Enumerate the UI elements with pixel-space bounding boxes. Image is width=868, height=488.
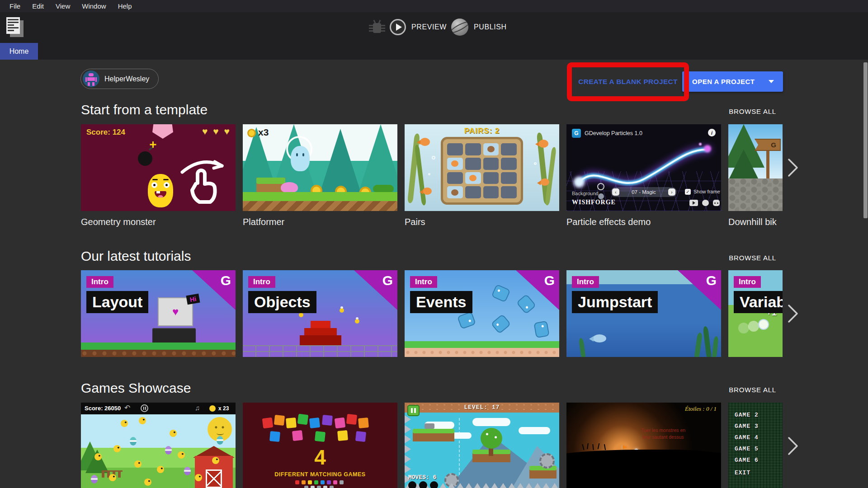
character bbox=[758, 319, 769, 330]
tab-home[interactable]: Home bbox=[0, 43, 38, 60]
templates-carousel: Score: 124 ♥ ♥ ♥ Geometry monster bbox=[81, 124, 783, 228]
spark-icon bbox=[150, 141, 156, 148]
particle-trail bbox=[566, 124, 721, 211]
easter-egg bbox=[130, 437, 137, 446]
open-project-label: OPEN A PROJECT bbox=[682, 78, 755, 85]
template-card-pairs[interactable]: PAIRS: 2 Pairs bbox=[405, 124, 559, 228]
cannon bbox=[425, 423, 434, 429]
tutorial-name: Layout bbox=[86, 291, 148, 313]
tutorial-name: Jumpstart bbox=[572, 291, 658, 313]
card-thumbnail: G Intro Events bbox=[405, 270, 559, 357]
menu-window[interactable]: Window bbox=[76, 2, 112, 10]
coin-counter-icon bbox=[247, 129, 256, 137]
tutorial-card-variables[interactable]: G Intro Variab +1 bbox=[728, 270, 783, 357]
username-label: HelperWesley bbox=[104, 75, 149, 83]
card-thumbnail: G Intro Layout Hi ♥ bbox=[81, 270, 236, 357]
showcase-card-platformer[interactable]: LEVEL: 17 MOVES: 6 bbox=[405, 403, 559, 488]
showcase-carousel: Score: 26050 ↶ ♫ x 23 bbox=[81, 403, 783, 488]
tutorial-name: Events bbox=[410, 291, 472, 313]
info-icon: i bbox=[708, 129, 716, 136]
pink-slime bbox=[281, 182, 298, 193]
pentagon-shape bbox=[152, 124, 173, 139]
avatar bbox=[83, 70, 99, 87]
card-thumbnail: G GDevelop Particles 1.0 i Background ‹ … bbox=[566, 124, 721, 211]
bee bbox=[340, 308, 344, 313]
showcase-card-chicks[interactable]: Score: 26050 ↶ ♫ x 23 bbox=[81, 403, 236, 488]
discord-icon bbox=[713, 200, 720, 206]
tutorials-carousel: G Intro Layout Hi ♥ G Intro Objects G In… bbox=[81, 270, 783, 357]
browse-all-tutorials[interactable]: BROWSE ALL bbox=[729, 254, 776, 262]
tutorial-card-objects[interactable]: G Intro Objects bbox=[243, 270, 397, 357]
tutorial-card-jumpstart[interactable]: G Intro Jumpstart bbox=[566, 270, 721, 357]
card-thumbnail: GAME 2 GAME 3 GAME 4 GAME 5 GAME 6 EXIT bbox=[728, 403, 783, 488]
character-echo bbox=[738, 323, 749, 333]
menu-item: GAME 2 bbox=[735, 412, 759, 418]
gdevelop-logo: G bbox=[572, 129, 581, 138]
wooden-sign: G bbox=[755, 139, 781, 151]
section-title-showcase: Games Showcase bbox=[81, 380, 191, 396]
seaweed bbox=[694, 333, 703, 357]
template-card-particle-effects[interactable]: G GDevelop Particles 1.0 i Background ‹ … bbox=[566, 124, 721, 228]
checkbox-icon: ✓ bbox=[685, 189, 691, 195]
tutorial-name: Objects bbox=[248, 291, 316, 313]
card-thumbnail: G Intro Jumpstart bbox=[566, 270, 721, 357]
card-thumbnail: Score: 124 ♥ ♥ ♥ bbox=[81, 124, 236, 211]
tagline: DIFFERENT MATCHING GAMES bbox=[243, 471, 397, 478]
prev-arrow-icon: ‹ bbox=[612, 188, 619, 196]
tree-top bbox=[481, 428, 502, 449]
browse-all-showcase[interactable]: BROWSE ALL bbox=[729, 386, 776, 394]
tutorial-card-layout[interactable]: G Intro Layout Hi ♥ bbox=[81, 270, 236, 357]
project-manager-icon[interactable] bbox=[6, 17, 24, 38]
debug-bug-icon[interactable] bbox=[369, 20, 385, 36]
menu-view[interactable]: View bbox=[50, 2, 76, 10]
publish-globe-icon bbox=[451, 19, 468, 36]
level-label: LEVEL: 17 bbox=[405, 404, 559, 411]
window-chrome: File Edit View Window Help PREVIEW PUBLI… bbox=[0, 0, 868, 60]
card-title: Particle effects demo bbox=[566, 217, 721, 227]
ground-silhouette bbox=[566, 450, 721, 488]
preview-label: PREVIEW bbox=[411, 23, 447, 31]
user-profile-chip[interactable]: HelperWesley bbox=[80, 69, 159, 89]
stone-bricks bbox=[243, 345, 397, 357]
browse-all-templates[interactable]: BROWSE ALL bbox=[729, 108, 776, 115]
chick-counter-icon bbox=[209, 405, 216, 412]
create-blank-project-button[interactable]: CREATE A BLANK PROJECT bbox=[578, 78, 678, 86]
chevron-down-icon bbox=[769, 80, 774, 83]
carousel-next-templates[interactable] bbox=[787, 157, 799, 178]
score-label: Score: 124 bbox=[86, 128, 125, 137]
tutorial-card-events[interactable]: G Intro Events bbox=[405, 270, 559, 357]
open-a-project-button[interactable]: OPEN A PROJECT bbox=[682, 71, 783, 92]
card-title: Geometry monster bbox=[81, 217, 236, 227]
section-title-tutorials: Our latest tutorials bbox=[81, 249, 191, 264]
showcase-card-tiles[interactable]: 4 DIFFERENT MATCHING GAMES bbox=[243, 403, 397, 488]
preview-button[interactable]: PREVIEW bbox=[390, 18, 447, 36]
hint-text: Tuer les monstres en leur sautant dessus bbox=[632, 427, 694, 440]
publish-button[interactable]: PUBLISH bbox=[451, 18, 507, 36]
showcase-card-night[interactable]: Étoiles : 0 / 1 Tuer les monstres en leu… bbox=[566, 403, 721, 488]
play-icon bbox=[390, 19, 406, 35]
next-arrow-icon: › bbox=[668, 188, 675, 196]
card-thumbnail: x3 bbox=[243, 124, 397, 211]
template-card-geometry-monster[interactable]: Score: 124 ♥ ♥ ♥ Geometry monster bbox=[81, 124, 236, 228]
fish bbox=[420, 138, 430, 146]
menu-edit[interactable]: Edit bbox=[26, 2, 50, 10]
carousel-next-tutorials[interactable] bbox=[787, 303, 799, 324]
swipe-hand-icon bbox=[177, 153, 229, 206]
template-card-downhill[interactable]: G Downhill bik bbox=[728, 124, 783, 228]
menu-file[interactable]: File bbox=[4, 2, 26, 10]
scrollbar-thumb[interactable] bbox=[863, 62, 868, 218]
card-thumbnail: 4 DIFFERENT MATCHING GAMES bbox=[243, 403, 397, 488]
showcase-card-menu[interactable]: GAME 2 GAME 3 GAME 4 GAME 5 GAME 6 EXIT bbox=[728, 403, 783, 488]
show-frame-label: Show frame bbox=[693, 189, 720, 194]
template-card-platformer[interactable]: x3 Platformer bbox=[243, 124, 397, 228]
floor-spikes bbox=[405, 483, 559, 488]
carousel-next-showcase[interactable] bbox=[787, 436, 799, 456]
pairs-label: PAIRS: 2 bbox=[405, 127, 559, 136]
preset-name: 07 - Magic bbox=[632, 189, 656, 195]
menu-help[interactable]: Help bbox=[112, 2, 138, 10]
gdevelop-logo: G bbox=[221, 273, 231, 288]
music-note-icon: ♫ bbox=[195, 404, 200, 412]
moves-label: MOVES: 6 bbox=[408, 474, 436, 481]
page-front bbox=[6, 17, 20, 34]
menu-bar: File Edit View Window Help bbox=[0, 0, 868, 12]
